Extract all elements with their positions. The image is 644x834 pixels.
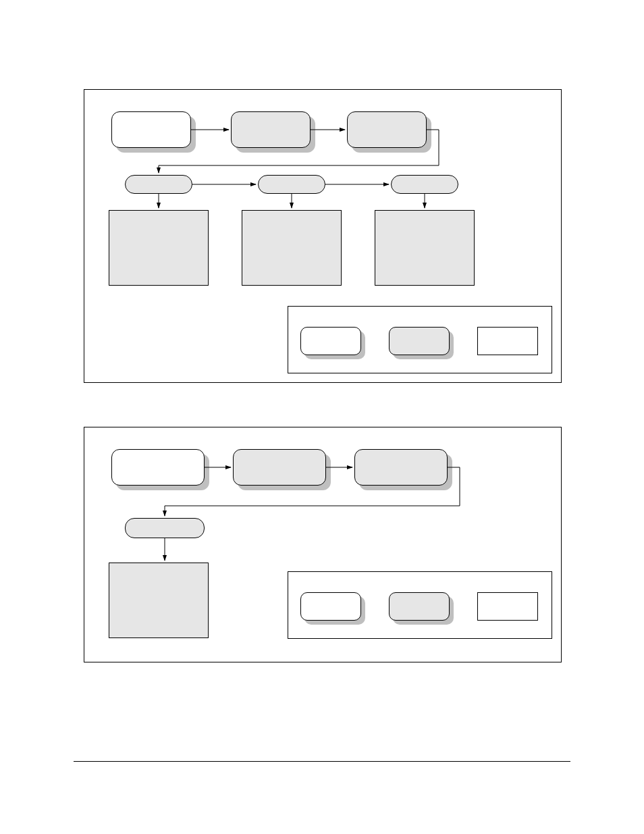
d1-pill3: [391, 175, 458, 194]
d1-legend2: [389, 327, 450, 355]
d2-legend3: [477, 592, 538, 621]
d1-box2: [231, 111, 311, 148]
d2-legend1: [300, 592, 361, 621]
d1-square1: [109, 210, 209, 286]
d2-legend2: [389, 592, 450, 621]
d2-box1: [111, 449, 205, 486]
d1-legend-frame: [288, 306, 552, 373]
d1-pill1: [125, 175, 192, 194]
d1-square3: [375, 210, 475, 286]
d1-legend1: [300, 327, 361, 355]
diagram-2-frame: [84, 427, 562, 662]
d1-legend3: [477, 327, 538, 355]
d1-box1: [111, 111, 191, 148]
d2-box2: [233, 449, 326, 486]
d1-square2: [242, 210, 342, 286]
d1-pill2: [258, 175, 325, 194]
d2-pill1: [125, 518, 205, 538]
d2-square1: [109, 563, 209, 638]
diagram-1-frame: [84, 89, 562, 383]
page: [0, 0, 644, 834]
d2-box3: [354, 449, 448, 486]
d2-legend-frame: [288, 571, 552, 639]
footer-divider: [74, 761, 570, 762]
d1-box3: [347, 111, 427, 148]
